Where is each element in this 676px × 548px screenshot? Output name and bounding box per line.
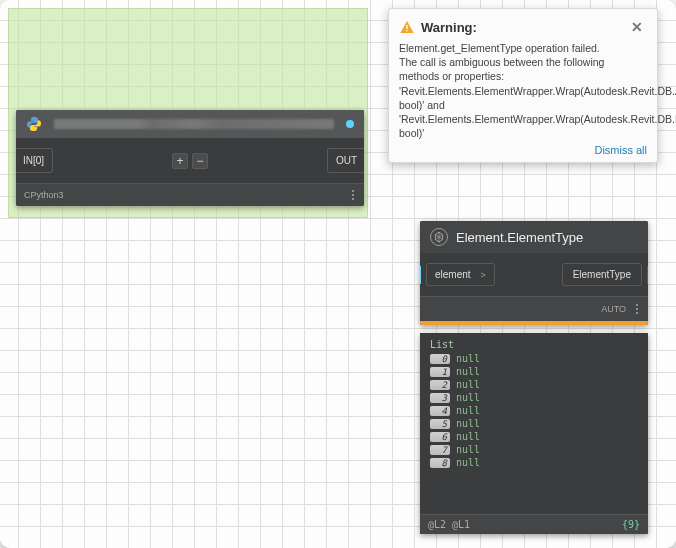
list-count: {9} — [622, 519, 640, 530]
element-elementtype-node[interactable]: Element.ElementType element > ElementTyp… — [420, 221, 648, 325]
warning-title: Warning: — [421, 20, 477, 35]
node-menu-button[interactable] — [634, 302, 640, 316]
list-item[interactable]: 7null — [430, 443, 638, 456]
list-index-badge: 1 — [430, 367, 450, 377]
element-input-nub[interactable] — [420, 266, 421, 284]
list-index-badge: 5 — [430, 419, 450, 429]
list-index-badge: 0 — [430, 354, 450, 364]
svg-rect-1 — [406, 30, 407, 31]
list-item[interactable]: 4null — [430, 404, 638, 417]
output-preview-footer: @L2 @L1 {9} — [420, 514, 648, 534]
output-port[interactable]: OUT — [327, 148, 364, 173]
python-icon — [26, 116, 42, 132]
list-item[interactable]: 3null — [430, 391, 638, 404]
list-index-badge: 2 — [430, 380, 450, 390]
output-preview-body[interactable]: List 0null1null2null3null4null5null6null… — [420, 333, 648, 514]
element-node-title: Element.ElementType — [456, 230, 583, 245]
element-output-port[interactable]: ElementType — [562, 263, 642, 286]
python-script-node[interactable]: IN[0] + − OUT CPython3 — [16, 110, 364, 206]
list-index-badge: 8 — [430, 458, 450, 468]
list-index-badge: 3 — [430, 393, 450, 403]
dynamo-node-icon — [430, 228, 448, 246]
list-item[interactable]: 0null — [430, 352, 638, 365]
element-output-label: ElementType — [573, 269, 631, 280]
canvas: IN[0] + − OUT CPython3 Element.ElementTy… — [0, 0, 676, 548]
list-item[interactable]: 5null — [430, 417, 638, 430]
list-item[interactable]: 8null — [430, 456, 638, 469]
list-item[interactable]: 1null — [430, 365, 638, 378]
python-node-header[interactable] — [16, 110, 364, 138]
python-node-title-blurred — [54, 119, 334, 129]
element-node-header[interactable]: Element.ElementType — [420, 221, 648, 253]
python-node-body: IN[0] + − OUT — [16, 138, 364, 183]
list-levels-label[interactable]: @L2 @L1 — [428, 519, 470, 530]
list-index-badge: 6 — [430, 432, 450, 442]
list-item-value: null — [456, 379, 480, 390]
list-item[interactable]: 6null — [430, 430, 638, 443]
element-node-body: element > ElementType — [420, 253, 648, 296]
list-item-value: null — [456, 457, 480, 468]
element-node-footer: AUTO — [420, 296, 648, 321]
lacing-mode-label[interactable]: AUTO — [601, 304, 626, 314]
node-menu-button[interactable] — [350, 188, 356, 202]
input-port-0[interactable]: IN[0] — [16, 148, 53, 173]
close-icon[interactable]: ✕ — [627, 17, 647, 37]
list-item-value: null — [456, 392, 480, 403]
element-input-port[interactable]: element > — [426, 263, 495, 286]
remove-input-button[interactable]: − — [192, 153, 208, 169]
port-add-remove: + − — [172, 153, 208, 169]
list-header: List — [430, 339, 638, 350]
warning-icon — [399, 19, 415, 35]
python-node-footer: CPython3 — [16, 183, 364, 206]
element-output-nub[interactable] — [647, 266, 648, 284]
svg-rect-0 — [406, 25, 407, 29]
output-preview-panel: List 0null1null2null3null4null5null6null… — [420, 333, 648, 534]
list-item-value: null — [456, 431, 480, 442]
chevron-right-icon: > — [481, 270, 486, 280]
add-input-button[interactable]: + — [172, 153, 188, 169]
list-item-value: null — [456, 444, 480, 455]
list-index-badge: 7 — [430, 445, 450, 455]
python-engine-label: CPython3 — [24, 190, 64, 200]
dismiss-all-link[interactable]: Dismiss all — [594, 144, 647, 156]
list-item-value: null — [456, 418, 480, 429]
list-item[interactable]: 2null — [430, 378, 638, 391]
list-item-value: null — [456, 405, 480, 416]
list-index-badge: 4 — [430, 406, 450, 416]
node-status-dot-icon — [346, 120, 354, 128]
list-item-value: null — [456, 353, 480, 364]
list-item-value: null — [456, 366, 480, 377]
warning-accent-bar — [420, 321, 648, 325]
warning-popup: Warning: ✕ Element.get_ElementType opera… — [388, 8, 658, 163]
warning-header: Warning: ✕ — [399, 17, 647, 37]
warning-message: Element.get_ElementType operation failed… — [399, 41, 647, 140]
element-input-label: element — [435, 269, 471, 280]
